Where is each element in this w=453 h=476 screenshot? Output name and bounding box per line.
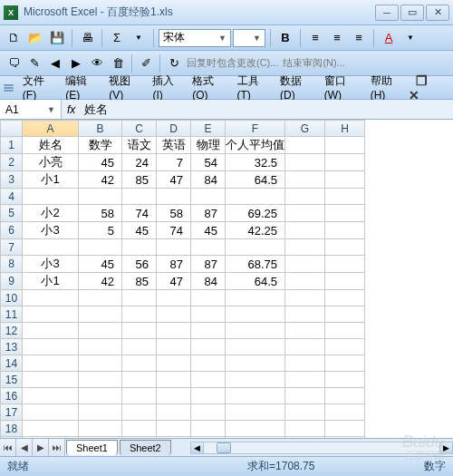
cell-H16[interactable] xyxy=(325,388,365,404)
cell-B12[interactable] xyxy=(79,323,122,339)
row-header-3[interactable]: 3 xyxy=(1,171,23,189)
dropdown-icon[interactable]: ▼ xyxy=(400,28,420,48)
spreadsheet-grid[interactable]: ABCDEFGH1姓名数学语文英语物理个人平均值2小亮452475432.53小… xyxy=(0,120,365,438)
row-header-13[interactable]: 13 xyxy=(1,339,23,355)
cell-C8[interactable]: 56 xyxy=(122,256,157,273)
row-header-16[interactable]: 16 xyxy=(1,388,23,404)
cell-B3[interactable]: 42 xyxy=(79,171,122,189)
cell-H6[interactable] xyxy=(325,222,365,239)
cell-E15[interactable] xyxy=(191,372,226,388)
column-header-H[interactable]: H xyxy=(325,121,365,137)
cell-E2[interactable]: 54 xyxy=(191,154,226,171)
column-header-C[interactable]: C xyxy=(122,121,157,137)
cell-B13[interactable] xyxy=(79,339,122,355)
cell-E9[interactable]: 84 xyxy=(191,273,226,290)
row-header-12[interactable]: 12 xyxy=(1,323,23,339)
cell-F14[interactable] xyxy=(226,355,285,372)
cell-A16[interactable] xyxy=(23,388,79,404)
cell-H17[interactable] xyxy=(325,404,365,421)
cell-G7[interactable] xyxy=(285,239,325,256)
cell-H10[interactable] xyxy=(325,290,365,306)
cell-A5[interactable]: 小2 xyxy=(23,205,79,222)
cell-E6[interactable]: 45 xyxy=(191,222,226,239)
cell-E8[interactable]: 87 xyxy=(191,256,226,273)
cell-H9[interactable] xyxy=(325,273,365,290)
cell-D6[interactable]: 74 xyxy=(157,222,191,239)
cell-C4[interactable] xyxy=(122,189,157,205)
cell-G6[interactable] xyxy=(285,222,325,239)
cell-E4[interactable] xyxy=(191,189,226,205)
cell-B6[interactable]: 5 xyxy=(79,222,122,239)
cell-C18[interactable] xyxy=(122,421,157,437)
cell-F12[interactable] xyxy=(226,323,285,339)
cell-A7[interactable] xyxy=(23,239,79,256)
cell-F7[interactable] xyxy=(226,239,285,256)
cell-D12[interactable] xyxy=(157,323,191,339)
cell-A10[interactable] xyxy=(23,290,79,306)
cell-G2[interactable] xyxy=(285,154,325,171)
cell-H2[interactable] xyxy=(325,154,365,171)
cell-D1[interactable]: 英语 xyxy=(157,137,191,154)
maximize-button[interactable]: ▭ xyxy=(400,5,424,21)
cell-B2[interactable]: 45 xyxy=(79,154,122,171)
row-header-1[interactable]: 1 xyxy=(1,137,23,154)
cell-G12[interactable] xyxy=(285,323,325,339)
cell-G15[interactable] xyxy=(285,372,325,388)
cell-A8[interactable]: 小3 xyxy=(23,256,79,273)
column-header-A[interactable]: A xyxy=(23,121,79,137)
cell-H4[interactable] xyxy=(325,189,365,205)
cell-E14[interactable] xyxy=(191,355,226,372)
cell-B15[interactable] xyxy=(79,372,122,388)
cell-H11[interactable] xyxy=(325,306,365,323)
cell-A9[interactable]: 小1 xyxy=(23,273,79,290)
sum-icon[interactable]: Σ xyxy=(107,28,127,48)
scroll-right-icon[interactable]: ▶ xyxy=(439,442,452,453)
sheet-nav-next[interactable]: ▶ xyxy=(33,439,49,456)
doc-restore-button[interactable]: ❐ xyxy=(416,73,428,88)
cell-E18[interactable] xyxy=(191,421,226,437)
column-header-D[interactable]: D xyxy=(157,121,191,137)
sheet-nav-prev[interactable]: ◀ xyxy=(16,439,33,456)
row-header-10[interactable]: 10 xyxy=(1,290,23,306)
row-header-6[interactable]: 6 xyxy=(1,222,23,239)
cell-F5[interactable]: 69.25 xyxy=(226,205,285,222)
sheet-nav-last[interactable]: ⏭ xyxy=(49,439,65,456)
cell-F16[interactable] xyxy=(226,388,285,404)
cell-C9[interactable]: 85 xyxy=(122,273,157,290)
column-header-E[interactable]: E xyxy=(191,121,226,137)
cell-A18[interactable] xyxy=(23,421,79,437)
cell-G4[interactable] xyxy=(285,189,325,205)
cell-B17[interactable] xyxy=(79,404,122,421)
sheet-tab-sheet1[interactable]: Sheet1 xyxy=(66,440,118,455)
cell-A14[interactable] xyxy=(23,355,79,372)
cell-D7[interactable] xyxy=(157,239,191,256)
scroll-left-icon[interactable]: ◀ xyxy=(191,442,204,453)
cell-E1[interactable]: 物理 xyxy=(191,137,226,154)
cell-D11[interactable] xyxy=(157,306,191,323)
align-left-icon[interactable]: ≡ xyxy=(305,28,325,48)
row-header-8[interactable]: 8 xyxy=(1,256,23,273)
sheet-nav-first[interactable]: ⏮ xyxy=(0,439,16,456)
cell-D15[interactable] xyxy=(157,372,191,388)
cell-E13[interactable] xyxy=(191,339,226,355)
cell-H12[interactable] xyxy=(325,323,365,339)
toolbar-grip[interactable] xyxy=(4,84,14,92)
cell-A12[interactable] xyxy=(23,323,79,339)
cell-C7[interactable] xyxy=(122,239,157,256)
cell-A13[interactable] xyxy=(23,339,79,355)
cell-C11[interactable] xyxy=(122,306,157,323)
row-header-5[interactable]: 5 xyxy=(1,205,23,222)
cell-B9[interactable]: 42 xyxy=(79,273,122,290)
cell-C13[interactable] xyxy=(122,339,157,355)
cell-F17[interactable] xyxy=(226,404,285,421)
cell-F11[interactable] xyxy=(226,306,285,323)
cell-A11[interactable] xyxy=(23,306,79,323)
cell-B5[interactable]: 58 xyxy=(79,205,122,222)
cell-A2[interactable]: 小亮 xyxy=(23,154,79,171)
cell-H7[interactable] xyxy=(325,239,365,256)
font-size-box[interactable]: ▼ xyxy=(233,29,265,47)
scroll-thumb[interactable] xyxy=(217,442,231,453)
cell-D16[interactable] xyxy=(157,388,191,404)
cell-B18[interactable] xyxy=(79,421,122,437)
cell-D18[interactable] xyxy=(157,421,191,437)
